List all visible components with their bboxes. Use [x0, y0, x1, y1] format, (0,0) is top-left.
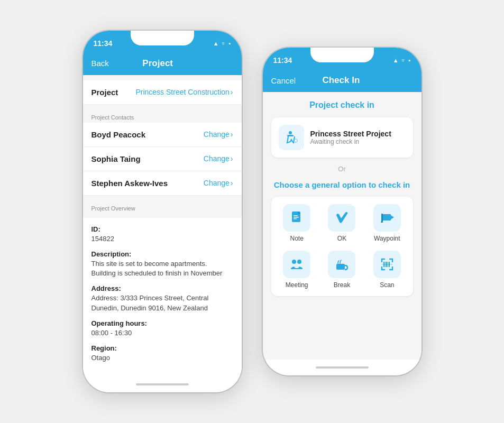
svg-point-0 [289, 131, 292, 134]
scene: 11:34 ▲ ᯤ ▪ Back Project Project Princes… [72, 20, 432, 403]
project-label: Project [91, 88, 118, 97]
overview-section: ID: 154822 Description: This site is set… [83, 218, 242, 376]
change-btn-2[interactable]: Change › [204, 179, 233, 187]
option-label-meeting: Meeting [286, 281, 308, 289]
status-bar-1: 11:34 ▲ ᯤ ▪ [83, 31, 242, 54]
svg-point-11 [292, 260, 296, 264]
svg-rect-1 [287, 135, 294, 136]
note-icon [289, 210, 305, 226]
field-region: Region: Otago [91, 344, 233, 363]
option-label-ok: OK [337, 235, 346, 242]
construction-icon [283, 129, 300, 146]
home-bar-2 [316, 366, 369, 369]
or-divider: Or [271, 165, 413, 173]
svg-marker-8 [391, 215, 394, 219]
status-icons-1: ▲ ᯤ ▪ [213, 40, 231, 47]
wifi-icon-2: ᯤ [401, 57, 407, 63]
checkin-title: Project check in [271, 100, 413, 110]
nav-title-1: Project [142, 58, 173, 69]
field-hours: Operating hours: 08:00 - 16:30 [91, 319, 233, 338]
signal-icon: ▲ [213, 40, 219, 47]
option-label-waypoint: Waypoint [374, 235, 400, 242]
scan-icon [379, 256, 395, 272]
change-btn-1[interactable]: Change › [204, 154, 233, 163]
option-label-note: Note [290, 235, 303, 242]
option-label-scan: Scan [380, 281, 394, 289]
ok-icon-wrap [328, 204, 355, 232]
checkin-content: Project check in Princess Street Project [263, 92, 421, 360]
nav-bar-2: Cancel Check In [263, 71, 421, 92]
option-meeting[interactable]: Meeting [279, 251, 315, 289]
card-title: Princess Street Project [310, 130, 391, 138]
waypoint-icon-wrap [373, 204, 401, 232]
svg-rect-13 [295, 265, 299, 268]
nav-title-2: Check In [322, 75, 360, 86]
option-scan[interactable]: Scan [369, 251, 405, 289]
contact-row-1[interactable]: Sophia Taing Change › [83, 147, 242, 171]
option-note[interactable]: Note [279, 204, 315, 242]
phone-2: 11:34 ▲ ᯤ ▪ Cancel Check In Project chec… [263, 48, 421, 375]
option-ok[interactable]: OK [324, 204, 360, 242]
chevron-1: › [231, 154, 233, 163]
home-indicator-2 [263, 360, 421, 375]
project-chevron: › [231, 88, 233, 96]
project-row[interactable]: Project Princess Street Construction › [83, 80, 242, 105]
svg-rect-5 [294, 217, 299, 218]
options-grid: Note OK [271, 197, 413, 296]
svg-rect-4 [294, 215, 298, 216]
field-address: Address: Address: 3/333 Princes Street, … [91, 284, 233, 312]
option-break[interactable]: Break [324, 251, 360, 289]
contact-name-2: Stephen Askew-Ives [91, 179, 168, 188]
meeting-icon [289, 256, 305, 272]
checkin-project-card[interactable]: Princess Street Project Awaiting check i… [271, 117, 413, 158]
project-value: Princess Street Construction › [135, 88, 233, 96]
svg-rect-9 [381, 214, 383, 222]
field-desc: Description: This site is set to become … [91, 250, 233, 278]
cancel-button[interactable]: Cancel [271, 76, 296, 85]
battery-icon: ▪ [229, 40, 231, 47]
status-time-1: 11:34 [94, 39, 113, 48]
option-waypoint[interactable]: Waypoint [369, 204, 405, 242]
battery-icon-2: ▪ [409, 57, 411, 63]
change-btn-0[interactable]: Change › [204, 130, 233, 139]
general-title: Choose a general option to check in [271, 180, 413, 189]
meeting-icon-wrap [283, 251, 310, 278]
contact-row-2[interactable]: Stephen Askew-Ives Change › [83, 171, 242, 196]
signal-icon-2: ▲ [393, 57, 399, 63]
svg-rect-14 [336, 264, 345, 270]
phone-1: 11:34 ▲ ᯤ ▪ Back Project Project Princes… [83, 31, 242, 392]
home-indicator-1 [83, 376, 242, 392]
svg-rect-10 [381, 222, 383, 223]
break-icon-wrap [328, 251, 355, 278]
field-id: ID: 154822 [91, 225, 233, 244]
overview-header: Project Overview [83, 201, 242, 214]
contact-row-0[interactable]: Boyd Peacock Change › [83, 123, 242, 147]
svg-rect-6 [294, 218, 297, 219]
content-1: Project Princess Street Construction › P… [83, 75, 242, 376]
note-icon-wrap [283, 204, 310, 232]
card-subtitle: Awaiting check in [310, 138, 391, 145]
contact-name-0: Boyd Peacock [91, 130, 146, 139]
svg-point-12 [297, 260, 301, 264]
break-icon [334, 256, 350, 272]
status-time-2: 11:34 [273, 56, 292, 65]
contact-name-1: Sophia Taing [91, 154, 141, 163]
waypoint-icon [379, 210, 395, 226]
status-icons-2: ▲ ᯤ ▪ [393, 57, 411, 63]
wifi-icon: ᯤ [221, 40, 227, 47]
ok-icon [334, 210, 350, 226]
contacts-header: Project Contacts [83, 110, 242, 123]
option-label-break: Break [334, 281, 350, 289]
back-button[interactable]: Back [91, 59, 109, 68]
nav-bar-1: Back Project [83, 54, 242, 75]
scan-icon-wrap [373, 251, 401, 278]
checkin-project-icon [279, 125, 304, 150]
checkin-card-info: Princess Street Project Awaiting check i… [310, 130, 391, 145]
chevron-2: › [231, 179, 233, 187]
status-bar-2: 11:34 ▲ ᯤ ▪ [263, 48, 421, 71]
home-bar-1 [136, 383, 189, 385]
chevron-0: › [231, 130, 233, 139]
